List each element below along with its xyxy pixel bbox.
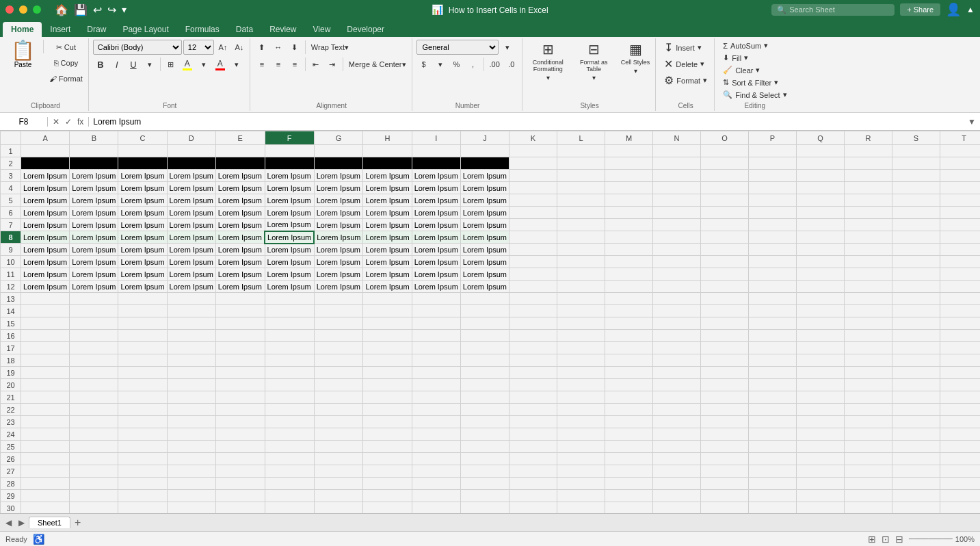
cell-S6[interactable] [892,207,940,219]
cell-J23[interactable] [460,416,509,428]
cell-K6[interactable] [509,207,557,219]
cell-C22[interactable] [118,404,167,416]
row-number-7[interactable]: 7 [1,219,21,231]
cell-L8[interactable] [557,231,605,244]
cell-K16[interactable] [509,330,557,342]
cell-T17[interactable] [940,342,980,354]
cell-O13[interactable] [701,293,749,305]
cell-B30[interactable] [70,502,118,514]
cell-T20[interactable] [940,379,980,391]
cell-D13[interactable] [167,293,215,305]
row-number-9[interactable]: 9 [1,244,21,256]
cell-O22[interactable] [701,404,749,416]
cell-F4[interactable]: Lorem Ipsum [265,182,314,194]
cell-P24[interactable] [749,428,797,441]
cell-T13[interactable] [940,293,980,305]
cell-A2[interactable] [21,157,70,170]
cell-C10[interactable]: Lorem Ipsum [118,256,167,268]
cell-K7[interactable] [509,219,557,231]
cell-F10[interactable]: Lorem Ipsum [265,256,314,268]
cell-G3[interactable]: Lorem Ipsum [314,170,363,182]
row-number-28[interactable]: 28 [1,478,21,490]
cell-R12[interactable] [845,281,892,293]
cell-L19[interactable] [557,367,605,379]
cell-L5[interactable] [557,194,605,207]
cell-R3[interactable] [845,170,892,182]
number-format-dropdown[interactable]: ▾ [500,40,515,55]
cell-K20[interactable] [509,379,557,391]
sheet-nav-next[interactable]: ▶ [16,518,27,528]
cell-C24[interactable] [118,428,167,441]
cell-F25[interactable] [265,441,314,453]
cell-A12[interactable]: Lorem Ipsum [21,281,70,293]
col-header-Q[interactable]: Q [797,131,845,145]
cell-P8[interactable] [749,231,797,244]
cell-N26[interactable] [653,453,701,465]
tab-insert[interactable]: Insert [42,22,79,37]
cell-H5[interactable]: Lorem Ipsum [363,194,412,207]
cell-L17[interactable] [557,342,605,354]
cell-B2[interactable] [70,157,118,170]
align-middle-button[interactable]: ↔ [271,40,286,55]
cell-I22[interactable] [412,404,460,416]
cell-S23[interactable] [892,416,940,428]
cell-M6[interactable] [605,207,653,219]
cell-F9[interactable]: Lorem Ipsum [265,244,314,256]
cell-I13[interactable] [412,293,460,305]
cell-T26[interactable] [940,453,980,465]
number-format-selector[interactable]: General [416,40,499,55]
cell-N8[interactable] [653,231,701,244]
cell-Q16[interactable] [797,330,845,342]
cell-H30[interactable] [363,502,412,514]
tab-formulas[interactable]: Formulas [177,22,228,37]
cell-H4[interactable]: Lorem Ipsum [363,182,412,194]
cell-P17[interactable] [749,342,797,354]
cell-R23[interactable] [845,416,892,428]
cell-B6[interactable]: Lorem Ipsum [70,207,118,219]
cell-S12[interactable] [892,281,940,293]
cell-G23[interactable] [314,416,363,428]
find-select-button[interactable]: 🔍 Find & Select ▾ [719,89,791,101]
cell-C27[interactable] [118,465,167,478]
cell-O12[interactable] [701,281,749,293]
cell-R9[interactable] [845,244,892,256]
cell-M23[interactable] [605,416,653,428]
col-header-O[interactable]: O [701,131,749,145]
cell-Q27[interactable] [797,465,845,478]
col-header-C[interactable]: C [118,131,167,145]
cell-S1[interactable] [892,145,940,157]
cell-T2[interactable] [940,157,980,170]
cell-C15[interactable] [118,317,167,330]
cell-C12[interactable]: Lorem Ipsum [118,281,167,293]
cell-N19[interactable] [653,367,701,379]
cell-Q17[interactable] [797,342,845,354]
cell-G6[interactable]: Lorem Ipsum [314,207,363,219]
cell-O23[interactable] [701,416,749,428]
cell-F8[interactable]: Lorem Ipsum [265,231,314,244]
cell-D12[interactable]: Lorem Ipsum [167,281,215,293]
cell-F23[interactable] [265,416,314,428]
tab-view[interactable]: View [305,22,339,37]
cell-H8[interactable]: Lorem Ipsum [363,231,412,244]
cell-I1[interactable] [412,145,460,157]
cell-O4[interactable] [701,182,749,194]
align-bottom-button[interactable]: ⬇ [287,40,302,55]
cell-E17[interactable] [215,342,265,354]
cell-K14[interactable] [509,305,557,317]
row-number-18[interactable]: 18 [1,354,21,367]
col-header-F[interactable]: F [265,131,314,145]
cell-D21[interactable] [167,391,215,404]
close-button[interactable] [5,5,14,14]
cell-S18[interactable] [892,354,940,367]
cell-K18[interactable] [509,354,557,367]
cell-N18[interactable] [653,354,701,367]
align-left-button[interactable]: ≡ [254,57,269,72]
cell-R1[interactable] [845,145,892,157]
cell-T10[interactable] [940,256,980,268]
cell-M8[interactable] [605,231,653,244]
cell-J10[interactable]: Lorem Ipsum [460,256,509,268]
cell-L23[interactable] [557,416,605,428]
cell-R6[interactable] [845,207,892,219]
cell-G10[interactable]: Lorem Ipsum [314,256,363,268]
cell-O11[interactable] [701,268,749,281]
